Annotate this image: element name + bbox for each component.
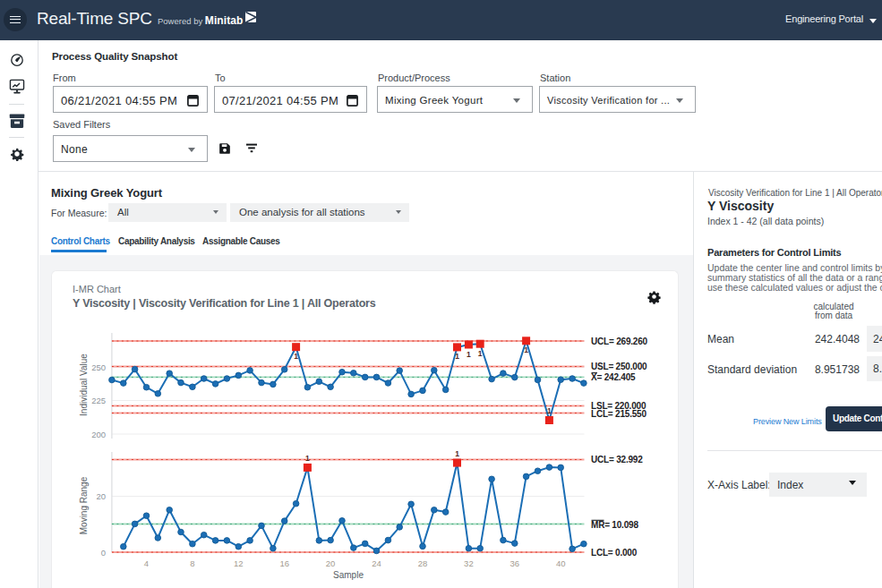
svg-text:USL= 250.000: USL= 250.000 xyxy=(591,362,647,371)
svg-text:225: 225 xyxy=(91,396,106,405)
svg-text:16: 16 xyxy=(279,558,289,568)
svg-text:1: 1 xyxy=(478,349,483,358)
svg-text:LCL= 215.550: LCL= 215.550 xyxy=(591,409,647,419)
svg-text:4: 4 xyxy=(144,558,149,568)
svg-text:1: 1 xyxy=(305,454,310,463)
svg-text:1: 1 xyxy=(294,352,298,361)
svg-text:28: 28 xyxy=(418,558,428,568)
svg-text:1: 1 xyxy=(547,406,552,415)
svg-text:12: 12 xyxy=(234,558,244,568)
svg-text:1: 1 xyxy=(467,350,471,359)
svg-text:36: 36 xyxy=(510,558,520,568)
svg-text:1: 1 xyxy=(524,345,528,354)
svg-text:200: 200 xyxy=(91,430,106,439)
svg-text:LCL= 0.000: LCL= 0.000 xyxy=(591,548,638,558)
svg-text:40: 40 xyxy=(556,558,566,568)
svg-text:Y Viscosity | Viscosity Verifi: Y Viscosity | Viscosity Verification for… xyxy=(73,297,376,310)
svg-text:X= 242.405: X= 242.405 xyxy=(591,372,636,382)
svg-text:24: 24 xyxy=(372,558,381,568)
svg-text:1: 1 xyxy=(455,449,459,458)
svg-text:20: 20 xyxy=(326,558,336,568)
svg-text:Moving Range: Moving Range xyxy=(79,476,89,534)
svg-text:UCL= 32.992: UCL= 32.992 xyxy=(591,455,643,464)
svg-text:Individual Value: Individual Value xyxy=(79,354,89,416)
svg-text:MR= 10.098: MR= 10.098 xyxy=(591,520,638,530)
svg-text:Sample: Sample xyxy=(333,570,364,580)
svg-text:UCL= 269.260: UCL= 269.260 xyxy=(591,337,648,346)
svg-text:20: 20 xyxy=(96,491,106,501)
svg-text:0: 0 xyxy=(101,548,106,558)
svg-text:250: 250 xyxy=(91,362,106,372)
svg-text:32: 32 xyxy=(464,558,474,568)
svg-text:I-MR Chart: I-MR Chart xyxy=(73,284,121,294)
svg-text:8: 8 xyxy=(190,558,194,568)
svg-text:1: 1 xyxy=(455,352,459,361)
